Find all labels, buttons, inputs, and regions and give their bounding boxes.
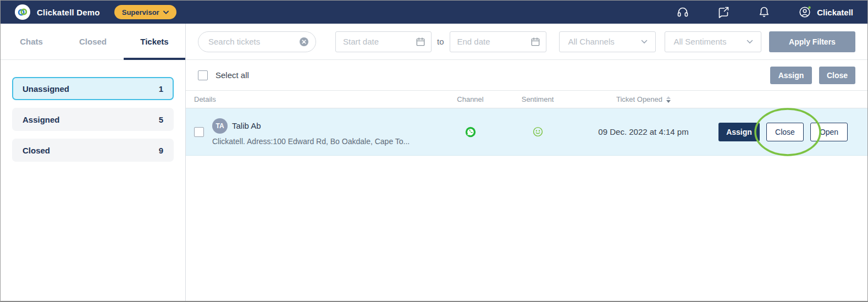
bulk-assign-button[interactable]: Assign <box>770 67 812 84</box>
row-checkbox[interactable] <box>194 127 204 137</box>
row-checkbox-cell <box>186 127 212 137</box>
tab-closed[interactable]: Closed <box>62 24 124 59</box>
row-assign-button[interactable]: Assign <box>718 123 760 141</box>
positive-sentiment-smiley-icon <box>532 126 544 138</box>
chevron-down-icon <box>641 40 648 44</box>
sidebar-item-closed[interactable]: Closed 9 <box>12 139 174 162</box>
ticket-opened-date: 09 Dec. 2022 at 4:14 pm <box>576 127 711 136</box>
sidebar-item-count: 5 <box>159 115 163 124</box>
channels-select-value: All Channels <box>568 37 615 46</box>
sort-asc-icon <box>666 96 671 99</box>
row-open-button[interactable]: Open <box>810 123 848 141</box>
tab-bar: Chats Closed Tickets <box>1 24 185 60</box>
column-header-details: Details <box>186 95 441 103</box>
ticket-message-preview: Clickatell. Adress:100 Edward Rd, Bo Oak… <box>212 137 436 146</box>
channel-cell <box>441 126 499 138</box>
sidebar-item-unassigned[interactable]: Unassigned 1 <box>12 77 174 100</box>
column-header-channel: Channel <box>441 95 499 103</box>
column-header-sentiment: Sentiment <box>499 95 576 103</box>
start-date-wrap <box>335 31 432 52</box>
calendar-icon[interactable] <box>530 36 541 47</box>
user-avatar-icon[interactable] <box>798 6 811 19</box>
main-content: to All Channels All Sentiments Apply Fil… <box>186 24 867 301</box>
account-name: Clickatell <box>817 8 853 17</box>
ticket-name-row: TA Talib Ab <box>212 118 436 134</box>
sentiments-select-value: All Sentiments <box>674 37 727 46</box>
sidebar-item-label: Unassigned <box>23 84 69 94</box>
headset-icon[interactable] <box>676 6 689 19</box>
select-all-checkbox[interactable] <box>198 70 208 80</box>
app-title: Clickatell Demo <box>37 8 100 17</box>
filter-bar: to All Channels All Sentiments Apply Fil… <box>186 24 867 60</box>
chevron-down-icon <box>747 40 753 44</box>
ticket-status-list: Unassigned 1 Assigned 5 Closed 9 <box>1 60 185 162</box>
sentiments-select[interactable]: All Sentiments <box>665 31 761 52</box>
calendar-icon[interactable] <box>415 36 426 47</box>
date-range-to-label: to <box>437 37 444 46</box>
sidebar: Chats Closed Tickets Unassigned 1 Assign… <box>1 24 186 301</box>
contact-avatar: TA <box>212 118 228 134</box>
tab-tickets[interactable]: Tickets <box>124 24 185 59</box>
clickatell-logo-icon <box>15 4 30 20</box>
end-date-wrap <box>450 31 546 52</box>
header-actions: Clickatell <box>649 6 853 19</box>
sidebar-item-count: 9 <box>159 146 163 155</box>
table-header-row: Details Channel Sentiment Ticket Opened <box>186 91 867 108</box>
app-header: Clickatell Demo Supervisor <box>1 1 867 24</box>
apply-filters-button[interactable]: Apply Filters <box>769 31 855 52</box>
role-badge-dropdown[interactable]: Supervisor <box>114 5 176 19</box>
row-actions-cell: Assign Close Open <box>711 123 867 141</box>
share-message-icon[interactable] <box>717 6 730 19</box>
clickatell-ticketing-app: { "colors": { "header_bg": "#24365E", "n… <box>0 0 868 302</box>
main-layout: Chats Closed Tickets Unassigned 1 Assign… <box>1 24 867 301</box>
select-all-label: Select all <box>215 70 249 80</box>
chevron-down-icon <box>163 10 169 14</box>
sort-desc-icon <box>666 100 671 103</box>
sidebar-item-label: Assigned <box>23 115 60 124</box>
sidebar-item-label: Closed <box>23 146 50 155</box>
role-badge-label: Supervisor <box>122 8 159 17</box>
column-header-ticket-opened-sort[interactable]: Ticket Opened <box>576 95 711 103</box>
bulk-action-bar: Select all Assign Close <box>186 60 867 91</box>
tab-chats[interactable]: Chats <box>1 24 62 59</box>
column-header-ticket-opened-label: Ticket Opened <box>616 95 662 103</box>
ticket-row[interactable]: TA Talib Ab Clickatell. Adress:100 Edwar… <box>186 108 867 156</box>
search-wrap <box>198 31 316 52</box>
contact-name: Talib Ab <box>232 121 261 130</box>
whatsapp-icon <box>465 126 477 138</box>
online-status-dot <box>808 7 810 9</box>
bulk-close-button[interactable]: Close <box>819 67 855 84</box>
sort-arrows-icon <box>666 96 671 103</box>
ticket-details-cell: TA Talib Ab Clickatell. Adress:100 Edwar… <box>212 118 441 146</box>
clear-search-icon[interactable] <box>298 36 309 47</box>
bulk-buttons: Assign Close <box>770 67 855 84</box>
sentiment-cell <box>499 126 576 138</box>
bell-icon[interactable] <box>758 6 771 19</box>
channels-select[interactable]: All Channels <box>559 31 656 52</box>
sidebar-item-assigned[interactable]: Assigned 5 <box>12 108 174 131</box>
row-close-button[interactable]: Close <box>766 123 804 141</box>
sidebar-item-count: 1 <box>159 84 163 94</box>
